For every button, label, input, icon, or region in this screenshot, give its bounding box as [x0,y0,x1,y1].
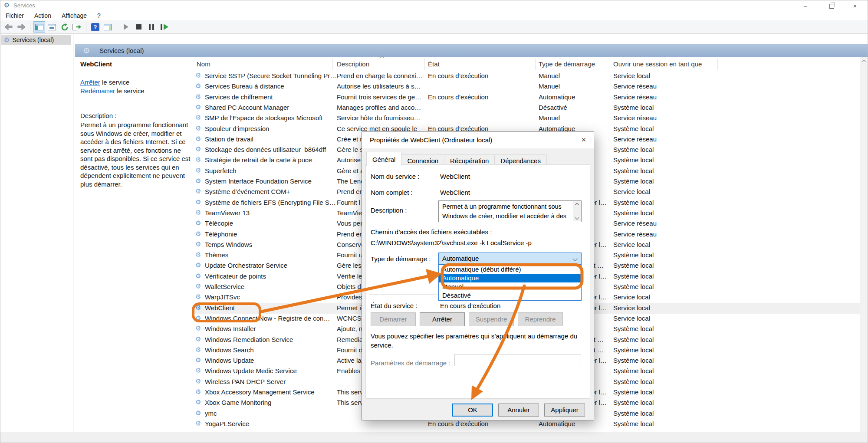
service-row[interactable]: ⚙Services de chiffrementFournit trois se… [194,92,861,103]
dmarrer-button: Démarrer [371,312,416,326]
service-name: Windows Update [205,357,254,364]
forward-arrow-button[interactable] [15,21,27,33]
service-description: This serv [337,388,363,396]
service-description: Fournit l [337,199,360,206]
appliquer-button[interactable]: Appliquer [544,404,585,417]
status-bar [0,432,868,443]
service-name: Update Orchestrator Service [205,262,287,269]
export-list-button[interactable] [71,21,83,33]
service-gear-icon: ⚙ [195,198,201,206]
annuler-button[interactable]: Annuler [498,404,539,417]
description-scrollbar[interactable] [573,201,581,221]
back-arrow-button[interactable] [3,21,14,33]
refresh-button[interactable] [59,21,70,33]
service-logon-as: Système local [613,167,654,174]
service-name-label: Nom du service : [371,173,420,180]
service-name: Service SSTP (Secure Socket Tunneling Pr… [205,72,336,79]
service-logon-as: Système local [613,325,654,332]
service-logon-as: Système local [613,346,654,354]
service-name: Xbox Game Monitoring [205,399,271,406]
service-row[interactable]: ⚙Shared PC Account ManagerManages profil… [194,103,861,113]
service-logon-as: Service réseau [613,93,657,101]
dropdown-option-dsactiv[interactable]: Désactivé [439,291,581,300]
service-name: Windows Search [205,346,254,354]
service-gear-icon: ⚙ [195,93,201,101]
service-name: Thèmes [205,251,228,259]
service-description: Service hôte du fournisseu… [337,114,421,121]
service-name: Système de fichiers EFS (Encrypting File… [205,199,336,206]
scroll-up-button[interactable] [860,57,868,65]
service-description: Prend en [337,188,363,195]
ok-button[interactable]: OK [452,404,493,417]
service-gear-icon: ⚙ [195,261,201,269]
service-status-value: En cours d’exécution [440,302,500,309]
service-logon-as: Service réseau [613,230,657,238]
service-name: SMP de l’Espace de stockages Microsoft [205,114,323,121]
dropdown-option-manuel[interactable]: Manuel [439,282,581,291]
dropdown-option-automatique[interactable]: Automatique [439,274,581,282]
menu-item-affichage[interactable]: Affichage [56,11,92,20]
service-name: Système d’événement COM+ [205,188,290,195]
service-row[interactable]: ⚙Services Bureau à distanceAutorise les … [194,82,861,92]
menu-item-action[interactable]: Action [29,11,56,20]
service-description: Permet à [337,304,363,312]
menu-item-?[interactable]: ? [92,11,106,20]
service-logon-as: Système local [613,104,654,111]
pause-service-button[interactable] [145,21,157,33]
service-name: Windows Update Medic Service [205,367,297,374]
show-action-pane-button[interactable] [102,21,114,33]
service-logon-as: Système local [613,283,654,290]
service-row[interactable]: ⚙SMP de l’Espace de stockages MicrosoftS… [194,113,861,124]
service-name: WalletService [205,283,244,290]
tab-gnral[interactable]: Général [366,152,401,166]
menu-item-fichier[interactable]: Fichier [0,11,29,20]
service-gear-icon: ⚙ [195,398,201,406]
start-service-button[interactable] [120,21,132,33]
service-logon-as: Système local [613,367,654,374]
service-logon-as: Système local [613,262,654,269]
service-name: WebClient [205,304,235,312]
show-console-tree-button[interactable] [33,21,45,33]
service-row[interactable]: ⚙YogaPLServiceEn cours d’exécutionAutoma… [194,419,861,430]
service-startup-type: Automatique [539,93,575,101]
service-gear-icon: ⚙ [195,135,201,143]
vertical-scrollbar[interactable] [860,57,868,432]
close-button[interactable]: × [845,0,865,11]
startup-type-combobox[interactable]: Automatique [438,253,582,265]
startup-params-input[interactable] [454,354,581,366]
sidebar-item-services-local[interactable]: ⚙Services (local) [1,35,71,45]
back-arrow-icon [3,23,14,31]
service-description: Ajoute, m [337,325,364,332]
service-logon-as: Système local [613,272,654,280]
service-name: Temps Windows [205,241,252,248]
restore-button[interactable] [822,0,842,11]
restart-service-button[interactable] [158,21,170,33]
service-gear-icon: ⚙ [195,167,201,174]
service-logon-as: Système local [613,336,654,343]
service-description: Autorise [337,156,361,164]
service-name: System Interface Foundation Service [205,177,312,185]
help-button[interactable]: ? [89,21,101,33]
dialog-description-box[interactable]: Permet à un programme fonctionnant sous … [438,200,582,222]
stop-service-button[interactable] [133,21,145,33]
minimize-button[interactable]: – [796,0,815,11]
service-gear-icon: ⚙ [195,388,201,396]
dropdown-option-automatiquedbutdiffr[interactable]: Automatique (début différé) [439,265,581,274]
service-startup-type: Désactivé [539,104,567,111]
service-logon-as: Service réseau [613,220,657,227]
service-startup-type: Manuel [539,82,560,90]
properties-list-button[interactable] [46,21,58,33]
chevron-down-icon [572,256,577,261]
arrter-button[interactable]: Arrêter [420,312,465,326]
service-logon-as: Système local [613,209,654,217]
show-action-pane-icon [104,24,112,30]
service-row[interactable]: ⚙Service SSTP (Secure Socket Tunneling P… [194,71,861,82]
dialog-close-button[interactable]: × [574,132,594,148]
service-logon-as: Service local [613,241,650,248]
forward-arrow-icon [16,23,26,31]
toolbar: ? [0,20,868,34]
startup-params-label: Paramètres de démarrage : [371,359,450,367]
service-gear-icon: ⚙ [195,420,201,427]
service-description: Enables r [337,367,364,374]
dialog-description-text: Permet à un programme fonctionnant sous … [442,203,566,220]
